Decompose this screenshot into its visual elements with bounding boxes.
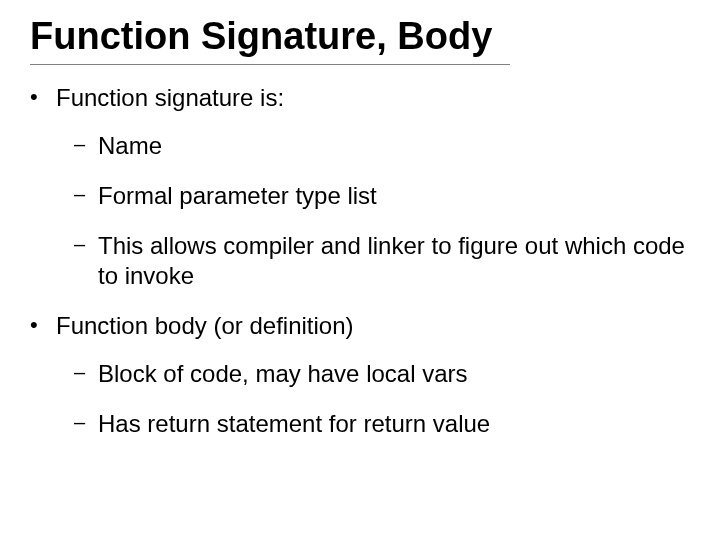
bullet-icon: • bbox=[30, 83, 56, 113]
sublist-item-text: Name bbox=[98, 131, 690, 161]
title-divider bbox=[30, 64, 510, 65]
dash-icon: – bbox=[74, 359, 98, 389]
slide-content: • Function signature is: – Name – Formal… bbox=[30, 83, 690, 439]
sublist-item: – Block of code, may have local vars bbox=[74, 359, 690, 389]
list-item-text: Function signature is: bbox=[56, 83, 690, 113]
dash-icon: – bbox=[74, 409, 98, 439]
sublist-item-text: Has return statement for return value bbox=[98, 409, 690, 439]
sublist-item-text: Block of code, may have local vars bbox=[98, 359, 690, 389]
slide: Function Signature, Body • Function sign… bbox=[0, 0, 720, 540]
sublist-item: – This allows compiler and linker to fig… bbox=[74, 231, 690, 291]
slide-title: Function Signature, Body bbox=[30, 16, 690, 58]
sublist-item: – Has return statement for return value bbox=[74, 409, 690, 439]
list-item-text: Function body (or definition) bbox=[56, 311, 690, 341]
list-item: • Function body (or definition) bbox=[30, 311, 690, 341]
sublist-item-text: This allows compiler and linker to figur… bbox=[98, 231, 690, 291]
sublist-item-text: Formal parameter type list bbox=[98, 181, 690, 211]
sublist-item: – Formal parameter type list bbox=[74, 181, 690, 211]
sublist-item: – Name bbox=[74, 131, 690, 161]
dash-icon: – bbox=[74, 131, 98, 161]
dash-icon: – bbox=[74, 181, 98, 211]
list-item: • Function signature is: bbox=[30, 83, 690, 113]
dash-icon: – bbox=[74, 231, 98, 291]
bullet-icon: • bbox=[30, 311, 56, 341]
